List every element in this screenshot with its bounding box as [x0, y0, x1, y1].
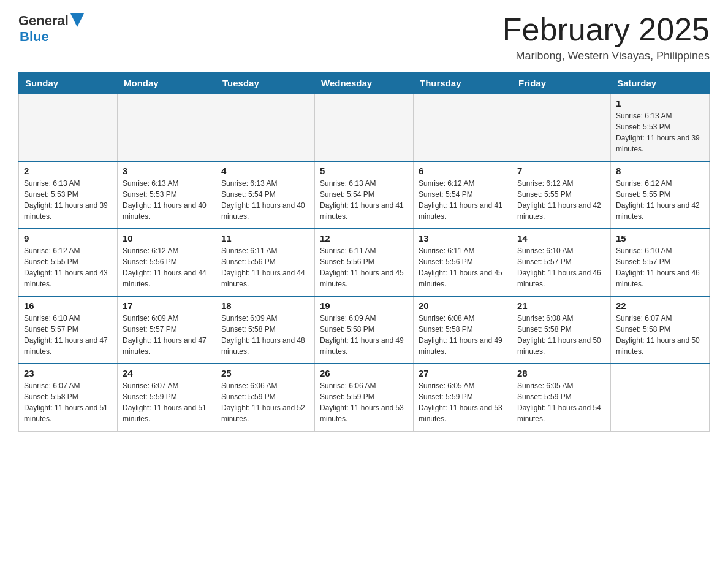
day-number: 2 — [24, 166, 112, 176]
day-info: Sunrise: 6:12 AM Sunset: 5:56 PM Dayligh… — [123, 245, 211, 289]
month-title: February 2025 — [502, 12, 710, 47]
day-number: 4 — [221, 166, 309, 176]
calendar-cell: 18Sunrise: 6:09 AM Sunset: 5:58 PM Dayli… — [216, 296, 315, 364]
day-number: 23 — [24, 368, 112, 378]
day-number: 19 — [320, 301, 408, 311]
day-info: Sunrise: 6:10 AM Sunset: 5:57 PM Dayligh… — [616, 245, 704, 289]
day-number: 26 — [320, 368, 408, 378]
day-info: Sunrise: 6:13 AM Sunset: 5:54 PM Dayligh… — [320, 178, 408, 222]
day-info: Sunrise: 6:08 AM Sunset: 5:58 PM Dayligh… — [419, 313, 507, 357]
calendar-cell: 22Sunrise: 6:07 AM Sunset: 5:58 PM Dayli… — [611, 296, 710, 364]
day-number: 12 — [320, 233, 408, 243]
weekday-header-wednesday: Wednesday — [315, 73, 414, 94]
calendar-cell: 4Sunrise: 6:13 AM Sunset: 5:54 PM Daylig… — [216, 161, 315, 229]
day-number: 22 — [616, 301, 704, 311]
day-number: 9 — [24, 233, 112, 243]
weekday-header-thursday: Thursday — [414, 73, 512, 94]
calendar-cell: 9Sunrise: 6:12 AM Sunset: 5:55 PM Daylig… — [19, 229, 118, 296]
day-info: Sunrise: 6:05 AM Sunset: 5:59 PM Dayligh… — [419, 380, 507, 424]
day-info: Sunrise: 6:12 AM Sunset: 5:55 PM Dayligh… — [24, 245, 112, 289]
calendar-table: SundayMondayTuesdayWednesdayThursdayFrid… — [18, 72, 710, 432]
day-info: Sunrise: 6:06 AM Sunset: 5:59 PM Dayligh… — [221, 380, 309, 424]
logo-blue-text: Blue — [20, 29, 84, 44]
calendar-cell: 27Sunrise: 6:05 AM Sunset: 5:59 PM Dayli… — [414, 364, 512, 431]
day-number: 28 — [517, 368, 605, 378]
calendar-cell: 21Sunrise: 6:08 AM Sunset: 5:58 PM Dayli… — [512, 296, 611, 364]
day-info: Sunrise: 6:10 AM Sunset: 5:57 PM Dayligh… — [24, 313, 112, 357]
page-header: General Blue February 2025 Maribong, Wes… — [18, 12, 710, 63]
day-info: Sunrise: 6:08 AM Sunset: 5:58 PM Dayligh… — [517, 313, 605, 357]
calendar-cell: 15Sunrise: 6:10 AM Sunset: 5:57 PM Dayli… — [611, 229, 710, 296]
day-number: 1 — [616, 98, 704, 109]
day-number: 8 — [616, 166, 704, 176]
day-info: Sunrise: 6:11 AM Sunset: 5:56 PM Dayligh… — [221, 245, 309, 289]
logo-general-text: General — [18, 13, 69, 28]
calendar-cell: 28Sunrise: 6:05 AM Sunset: 5:59 PM Dayli… — [512, 364, 611, 431]
calendar-cell: 10Sunrise: 6:12 AM Sunset: 5:56 PM Dayli… — [118, 229, 216, 296]
day-number: 17 — [123, 301, 211, 311]
logo-triangle-icon — [70, 13, 84, 27]
day-info: Sunrise: 6:13 AM Sunset: 5:53 PM Dayligh… — [616, 110, 704, 155]
calendar-cell: 14Sunrise: 6:10 AM Sunset: 5:57 PM Dayli… — [512, 229, 611, 296]
day-info: Sunrise: 6:12 AM Sunset: 5:55 PM Dayligh… — [616, 178, 704, 222]
calendar-cell: 3Sunrise: 6:13 AM Sunset: 5:53 PM Daylig… — [118, 161, 216, 229]
day-number: 21 — [517, 301, 605, 311]
calendar-cell: 13Sunrise: 6:11 AM Sunset: 5:56 PM Dayli… — [414, 229, 512, 296]
location-subtitle: Maribong, Western Visayas, Philippines — [502, 50, 710, 63]
day-info: Sunrise: 6:12 AM Sunset: 5:55 PM Dayligh… — [517, 178, 605, 222]
day-number: 27 — [419, 368, 507, 378]
calendar-cell: 6Sunrise: 6:12 AM Sunset: 5:54 PM Daylig… — [414, 161, 512, 229]
calendar-cell — [19, 94, 118, 161]
calendar-cell: 8Sunrise: 6:12 AM Sunset: 5:55 PM Daylig… — [611, 161, 710, 229]
weekday-header-sunday: Sunday — [19, 73, 118, 94]
day-info: Sunrise: 6:13 AM Sunset: 5:53 PM Dayligh… — [24, 178, 112, 222]
calendar-cell: 26Sunrise: 6:06 AM Sunset: 5:59 PM Dayli… — [315, 364, 414, 431]
day-number: 11 — [221, 233, 309, 243]
calendar-cell — [216, 94, 315, 161]
day-number: 25 — [221, 368, 309, 378]
calendar-cell: 7Sunrise: 6:12 AM Sunset: 5:55 PM Daylig… — [512, 161, 611, 229]
day-number: 24 — [123, 368, 211, 378]
day-number: 20 — [419, 301, 507, 311]
day-info: Sunrise: 6:10 AM Sunset: 5:57 PM Dayligh… — [517, 245, 605, 289]
day-number: 10 — [123, 233, 211, 243]
day-info: Sunrise: 6:07 AM Sunset: 5:58 PM Dayligh… — [616, 313, 704, 357]
calendar-cell: 19Sunrise: 6:09 AM Sunset: 5:58 PM Dayli… — [315, 296, 414, 364]
weekday-header-tuesday: Tuesday — [216, 73, 315, 94]
day-number: 3 — [123, 166, 211, 176]
calendar-cell: 16Sunrise: 6:10 AM Sunset: 5:57 PM Dayli… — [19, 296, 118, 364]
calendar-week-row: 16Sunrise: 6:10 AM Sunset: 5:57 PM Dayli… — [19, 296, 710, 364]
calendar-cell: 17Sunrise: 6:09 AM Sunset: 5:57 PM Dayli… — [118, 296, 216, 364]
calendar-cell: 24Sunrise: 6:07 AM Sunset: 5:59 PM Dayli… — [118, 364, 216, 431]
day-number: 6 — [419, 166, 507, 176]
day-info: Sunrise: 6:12 AM Sunset: 5:54 PM Dayligh… — [419, 178, 507, 222]
calendar-cell: 23Sunrise: 6:07 AM Sunset: 5:58 PM Dayli… — [19, 364, 118, 431]
calendar-header-row: SundayMondayTuesdayWednesdayThursdayFrid… — [19, 73, 710, 94]
day-info: Sunrise: 6:13 AM Sunset: 5:53 PM Dayligh… — [123, 178, 211, 222]
day-number: 7 — [517, 166, 605, 176]
calendar-cell — [414, 94, 512, 161]
day-info: Sunrise: 6:11 AM Sunset: 5:56 PM Dayligh… — [320, 245, 408, 289]
calendar-cell: 11Sunrise: 6:11 AM Sunset: 5:56 PM Dayli… — [216, 229, 315, 296]
calendar-week-row: 1Sunrise: 6:13 AM Sunset: 5:53 PM Daylig… — [19, 94, 710, 161]
calendar-cell: 25Sunrise: 6:06 AM Sunset: 5:59 PM Dayli… — [216, 364, 315, 431]
day-number: 13 — [419, 233, 507, 243]
day-info: Sunrise: 6:06 AM Sunset: 5:59 PM Dayligh… — [320, 380, 408, 424]
weekday-header-saturday: Saturday — [611, 73, 710, 94]
day-number: 15 — [616, 233, 704, 243]
day-info: Sunrise: 6:07 AM Sunset: 5:58 PM Dayligh… — [24, 380, 112, 424]
day-info: Sunrise: 6:11 AM Sunset: 5:56 PM Dayligh… — [419, 245, 507, 289]
day-info: Sunrise: 6:09 AM Sunset: 5:58 PM Dayligh… — [221, 313, 309, 357]
logo: General Blue — [18, 12, 84, 44]
calendar-cell: 2Sunrise: 6:13 AM Sunset: 5:53 PM Daylig… — [19, 161, 118, 229]
day-info: Sunrise: 6:13 AM Sunset: 5:54 PM Dayligh… — [221, 178, 309, 222]
day-info: Sunrise: 6:09 AM Sunset: 5:57 PM Dayligh… — [123, 313, 211, 357]
calendar-week-row: 23Sunrise: 6:07 AM Sunset: 5:58 PM Dayli… — [19, 364, 710, 431]
calendar-cell — [118, 94, 216, 161]
calendar-cell — [315, 94, 414, 161]
day-number: 14 — [517, 233, 605, 243]
day-info: Sunrise: 6:05 AM Sunset: 5:59 PM Dayligh… — [517, 380, 605, 424]
calendar-cell — [611, 364, 710, 431]
calendar-week-row: 9Sunrise: 6:12 AM Sunset: 5:55 PM Daylig… — [19, 229, 710, 296]
day-info: Sunrise: 6:07 AM Sunset: 5:59 PM Dayligh… — [123, 380, 211, 424]
